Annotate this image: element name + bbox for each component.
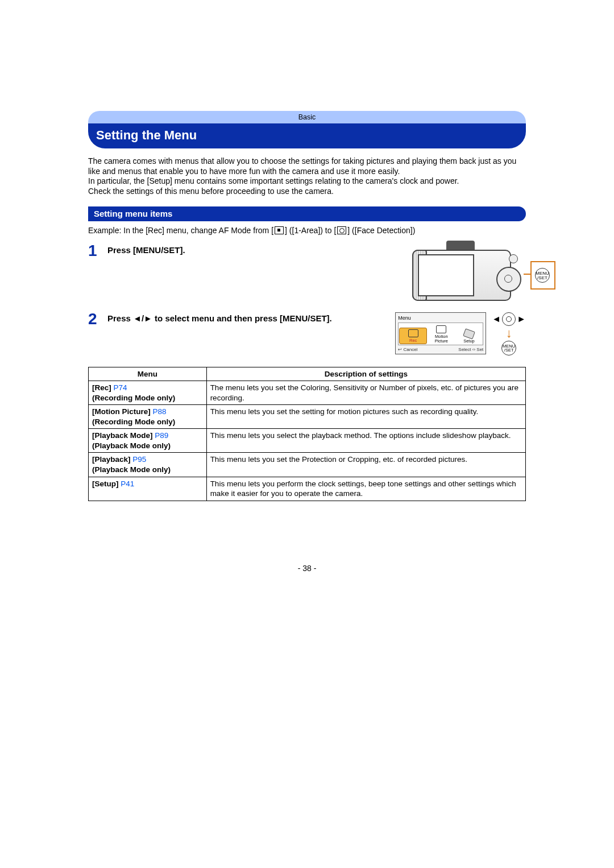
row0-note: (Recording Mode only) [92,394,175,402]
table-row: [Motion Picture] P88(Recording Mode only… [89,405,526,429]
menu-rec-icon: Rec [399,328,427,345]
page-title: Setting the Menu [88,123,526,148]
row2-note: (Playback Mode only) [92,441,171,450]
intro-p3: Check the settings of this menu before p… [88,187,334,196]
row3-desc: This menu lets you set the Protection or… [206,453,525,477]
menu-table: Menu Description of settings [Rec] P74(R… [88,367,526,501]
step-1-text: Press [MENU/SET]. [107,244,404,256]
row2-link[interactable]: P89 [155,431,168,440]
row1-note: (Recording Mode only) [92,418,175,426]
one-area-icon [275,226,284,234]
table-row: [Playback] P95(Playback Mode only) This … [89,453,526,477]
menu-set-button-icon: MENU /SET [535,268,550,283]
page-number: - 38 - [88,564,526,573]
step-1-illustration: MENU /SET [412,244,526,301]
row0-link[interactable]: P74 [114,383,127,392]
table-row: [Rec] P74(Recording Mode only) The menu … [89,381,526,405]
menu-setup-icon: Setup [457,330,482,344]
example-mid1: ] ([1-Area]) to [ [285,226,336,235]
menu-set-callout: MENU /SET [530,261,555,290]
dpad-icon [502,312,516,326]
row2-desc: This menu lets you select the playback m… [206,429,525,453]
row2-menu: [Playback Mode] [92,431,155,440]
intro-text: The camera comes with menus that allow y… [88,156,526,196]
row3-menu: [Playback] [92,455,132,464]
row0-desc: The menu lets you set the Coloring, Sens… [206,381,525,405]
row4-menu: [Setup] [92,480,121,488]
step-1: 1 Press [MENU/SET]. MENU /SET [88,244,526,301]
left-arrow-icon: ◄ [492,314,501,324]
step-2-text: Press ◄/► to select menu and then press … [107,312,387,324]
menu-screen: Menu Rec Motion Picture Setup [395,312,486,354]
menu-screen-title: Menu [398,315,483,321]
menu-cancel: ↩ Cancel [398,347,417,352]
table-row: [Playback Mode] P89(Playback Mode only) … [89,429,526,453]
th-menu: Menu [89,367,207,381]
menu-setup-label: Setup [463,338,475,344]
menu-select: Select ‹› Set [458,347,483,352]
face-detect-icon [337,226,346,234]
row3-note: (Playback Mode only) [92,465,171,474]
step-2-illustration: Menu Rec Motion Picture Setup [395,312,526,356]
down-arrow-icon: ↓ [506,328,512,338]
row0-menu: [Rec] [92,383,114,392]
row3-link[interactable]: P95 [132,455,146,464]
row4-desc: This menu lets you perform the clock set… [206,477,525,501]
table-row: [Setup] P41 This menu lets you perform t… [89,477,526,501]
menu-motion-label: Motion Picture [435,334,448,344]
step-1-number: 1 [88,243,107,259]
camera-drawing: MENU /SET [412,244,526,301]
table-header-row: Menu Description of settings [89,367,526,381]
intro-p1: The camera comes with menus that allow y… [88,156,516,176]
step-2-number: 2 [88,311,107,327]
menu-set-small-icon: MENU /SET [501,341,516,356]
right-arrow-icon: ► [517,314,526,324]
example-line: Example: In the [Rec] menu, change AF Mo… [88,226,526,235]
row1-link[interactable]: P88 [153,407,167,416]
menu-motion-icon: Motion Picture [429,325,454,343]
example-prefix: Example: In the [Rec] menu, change AF Mo… [88,226,273,235]
row1-menu: [Motion Picture] [92,407,153,416]
subheading: Setting menu items [88,206,526,221]
section-label: Basic [88,111,526,123]
menu-rec-label: Rec [409,338,417,343]
row4-link[interactable]: P41 [121,480,134,488]
nav-indicator: ◄ ► ↓ MENU /SET [492,312,526,356]
example-mid2: ] ([Face Detection]) [347,226,415,235]
intro-p2: In particular, the [Setup] menu contains… [88,176,459,185]
step-2: 2 Press ◄/► to select menu and then pres… [88,312,526,356]
th-desc: Description of settings [206,367,525,381]
row1-desc: This menu lets you set the setting for m… [206,405,525,429]
